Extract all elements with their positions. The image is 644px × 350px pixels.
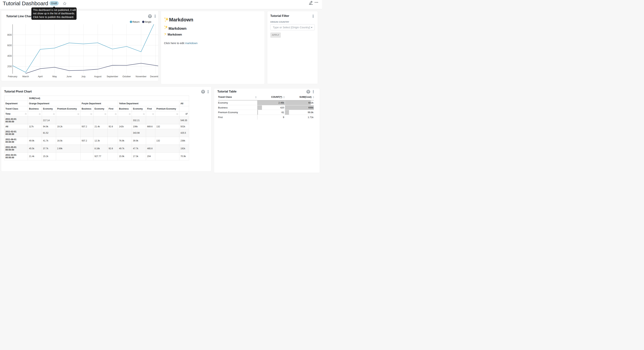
svg-text:800: 800 [7,33,12,36]
svg-text:400: 400 [7,54,12,57]
svg-text:June: June [66,75,72,78]
svg-text:200: 200 [7,65,12,68]
svg-text:Return: Return [132,20,140,23]
svg-text:October: October [122,75,131,78]
svg-text:March: March [22,75,29,78]
svg-text:April: April [38,75,43,78]
svg-text:Single: Single [145,20,151,23]
svg-text:May: May [52,75,57,78]
svg-text:August: August [94,75,102,78]
svg-text:600: 600 [7,44,12,47]
svg-text:September: September [107,75,118,78]
svg-text:February: February [8,75,18,78]
svg-text:December: December [150,75,158,78]
svg-text:November: November [136,75,147,78]
svg-text:July: July [81,75,86,78]
